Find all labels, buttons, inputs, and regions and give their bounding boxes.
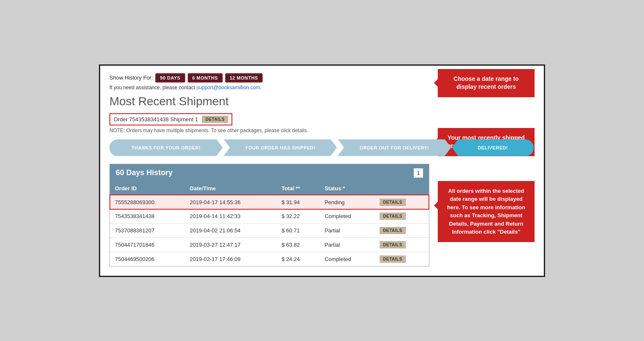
table-row: 75435383414382019-04-14 11:42:33$ 32.22C…	[110, 209, 429, 224]
history-page-badge: 1	[414, 168, 423, 178]
callout-date-range: Choose a date range to display recent or…	[438, 69, 535, 97]
cell-status: Completed	[319, 209, 375, 224]
table-row: 75552880693002019-04-17 14:55:36$ 31.94P…	[110, 195, 429, 209]
row-details-button[interactable]: DETAILS	[380, 213, 406, 220]
cell-date-time: 2019-04-02 21:06:54	[185, 223, 277, 237]
table-row: 75370883812072019-04-02 21:06:54$ 60.71P…	[110, 223, 429, 237]
progress-step-2: YOUR ORDER HAS SHIPPED!	[224, 139, 337, 156]
cell-action: DETAILS	[375, 223, 429, 237]
btn-12-months[interactable]: 12 MONTHS	[225, 73, 263, 83]
col-action	[375, 182, 429, 195]
cell-total: $ 60.71	[277, 223, 319, 237]
cell-order-id: 7504469500206	[110, 252, 185, 266]
progress-step-1: THANKS FOR YOUR ORDER!	[109, 139, 223, 156]
history-section: 60 Days History 1 Order ID Date/Time Tot…	[109, 164, 429, 266]
cell-status: Partial	[319, 223, 375, 237]
btn-6-months[interactable]: 6 MONTHS	[188, 73, 223, 83]
progress-bar: THANKS FOR YOUR ORDER! YOUR ORDER HAS SH…	[109, 139, 535, 156]
cell-total: $ 32.22	[277, 209, 319, 224]
show-history-label: Show History For:	[109, 75, 153, 81]
cell-status: Partial	[319, 237, 375, 252]
cell-action: DETAILS	[375, 237, 429, 252]
shipment-id: Order 7543538341438 Shipment 1	[114, 116, 198, 123]
cell-order-id: 7555288069300	[110, 195, 185, 209]
col-status: Status *	[319, 182, 375, 195]
cell-order-id: 7504471701846	[110, 237, 185, 252]
progress-step-3: ORDER OUT FOR DELIVERY!	[338, 139, 451, 156]
row-details-button[interactable]: DETAILS	[380, 199, 406, 206]
cell-action: DETAILS	[375, 252, 429, 266]
cell-total: $ 63.82	[277, 237, 319, 252]
callout-all-orders-text: All orders within the selected date rang…	[447, 188, 525, 235]
col-total: Total **	[277, 182, 319, 195]
cell-date-time: 2019-04-14 11:42:33	[185, 209, 277, 224]
btn-90-days[interactable]: 90 DAYS	[155, 73, 185, 83]
history-header: 60 Days History 1	[110, 164, 429, 182]
cell-date-time: 2019-04-17 14:55:36	[185, 195, 277, 209]
row-details-button[interactable]: DETAILS	[380, 227, 406, 234]
col-date-time: Date/Time	[185, 182, 277, 195]
table-row: 75044717018462019-03-27 12:47:17$ 63.82P…	[110, 237, 429, 252]
history-table: Order ID Date/Time Total ** Status * 755…	[110, 182, 429, 266]
table-row: 75044695002062019-02-17 17:46:09$ 24.24C…	[110, 252, 429, 266]
cell-action: DETAILS	[375, 209, 429, 224]
cell-date-time: 2019-03-27 12:47:17	[185, 237, 277, 252]
cell-total: $ 24.24	[277, 252, 319, 266]
history-title: 60 Days History	[116, 168, 173, 177]
main-container: Choose a date range to display recent or…	[99, 64, 545, 277]
callout-date-range-text: Choose a date range to display recent or…	[454, 75, 519, 91]
progress-step-4-active: DELIVERED!	[452, 139, 534, 156]
cell-total: $ 31.94	[277, 195, 319, 209]
row-details-button[interactable]: DETAILS	[380, 241, 406, 248]
col-order-id: Order ID	[110, 182, 185, 195]
shipment-header: Order 7543538341438 Shipment 1 DETAILS	[109, 113, 232, 125]
cell-action: DETAILS	[375, 195, 429, 209]
cell-order-id: 7543538341438	[110, 209, 185, 224]
support-email-link[interactable]: support@booksamillion.com	[197, 85, 260, 91]
table-header-row: Order ID Date/Time Total ** Status *	[110, 182, 429, 195]
cell-order-id: 7537088381207	[110, 223, 185, 237]
cell-status: Pending	[319, 195, 375, 209]
cell-date-time: 2019-02-17 17:46:09	[185, 252, 277, 266]
callout-all-orders: All orders within the selected date rang…	[438, 181, 535, 242]
cell-status: Completed	[319, 252, 375, 266]
shipment-details-button[interactable]: DETAILS	[202, 116, 228, 123]
row-details-button[interactable]: DETAILS	[380, 256, 406, 263]
